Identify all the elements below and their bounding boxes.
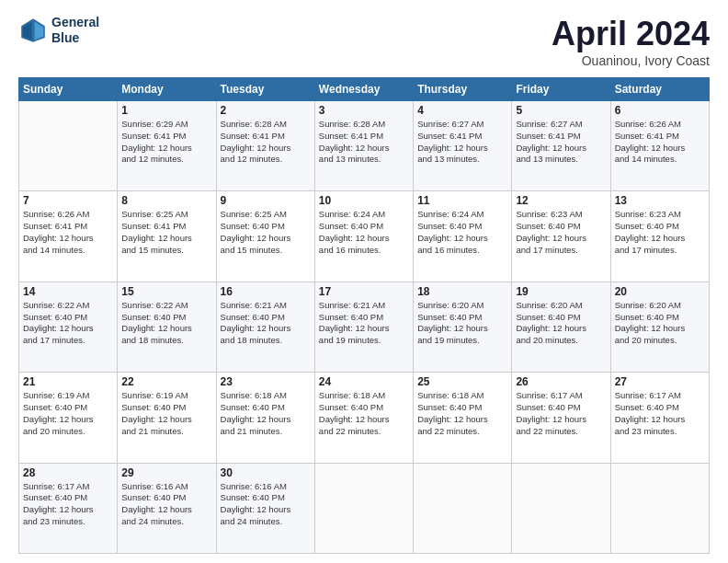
day-info: Sunrise: 6:22 AM Sunset: 6:40 PM Dayligh… <box>121 300 211 347</box>
day-number: 27 <box>615 375 705 388</box>
day-number: 22 <box>121 375 211 388</box>
day-info: Sunrise: 6:29 AM Sunset: 6:41 PM Dayligh… <box>121 119 211 166</box>
week-row-1: 1Sunrise: 6:29 AM Sunset: 6:41 PM Daylig… <box>19 101 710 191</box>
calendar-header-row: SundayMondayTuesdayWednesdayThursdayFrid… <box>19 78 710 101</box>
calendar-table: SundayMondayTuesdayWednesdayThursdayFrid… <box>18 77 710 554</box>
logo-icon <box>18 16 48 45</box>
day-number: 24 <box>319 375 409 388</box>
day-number: 26 <box>516 375 606 388</box>
day-info: Sunrise: 6:20 AM Sunset: 6:40 PM Dayligh… <box>615 300 705 347</box>
calendar-cell: 23Sunrise: 6:18 AM Sunset: 6:40 PM Dayli… <box>216 373 314 463</box>
calendar-cell: 19Sunrise: 6:20 AM Sunset: 6:40 PM Dayli… <box>512 282 610 372</box>
logo: General Blue <box>18 15 99 46</box>
day-info: Sunrise: 6:23 AM Sunset: 6:40 PM Dayligh… <box>615 209 705 256</box>
week-row-2: 7Sunrise: 6:26 AM Sunset: 6:41 PM Daylig… <box>19 191 710 282</box>
calendar-cell: 13Sunrise: 6:23 AM Sunset: 6:40 PM Dayli… <box>610 191 709 282</box>
day-info: Sunrise: 6:18 AM Sunset: 6:40 PM Dayligh… <box>319 390 409 437</box>
calendar-cell <box>512 463 610 553</box>
calendar-cell: 7Sunrise: 6:26 AM Sunset: 6:41 PM Daylig… <box>19 191 118 282</box>
day-header-monday: Monday <box>118 78 216 101</box>
day-number: 29 <box>121 466 211 479</box>
day-number: 11 <box>417 194 507 207</box>
day-info: Sunrise: 6:17 AM Sunset: 6:40 PM Dayligh… <box>615 390 705 437</box>
calendar-cell: 8Sunrise: 6:25 AM Sunset: 6:41 PM Daylig… <box>118 191 216 282</box>
calendar-cell: 12Sunrise: 6:23 AM Sunset: 6:40 PM Dayli… <box>512 191 610 282</box>
calendar-cell: 10Sunrise: 6:24 AM Sunset: 6:40 PM Dayli… <box>314 191 413 282</box>
day-number: 7 <box>23 194 113 207</box>
day-info: Sunrise: 6:17 AM Sunset: 6:40 PM Dayligh… <box>23 481 113 528</box>
calendar-cell: 20Sunrise: 6:20 AM Sunset: 6:40 PM Dayli… <box>610 282 709 372</box>
day-info: Sunrise: 6:24 AM Sunset: 6:40 PM Dayligh… <box>319 209 409 256</box>
day-number: 13 <box>615 194 705 207</box>
calendar-cell <box>19 101 118 191</box>
day-number: 20 <box>615 285 705 298</box>
calendar-cell: 29Sunrise: 6:16 AM Sunset: 6:40 PM Dayli… <box>118 463 216 553</box>
calendar-cell: 9Sunrise: 6:25 AM Sunset: 6:40 PM Daylig… <box>216 191 314 282</box>
day-info: Sunrise: 6:18 AM Sunset: 6:40 PM Dayligh… <box>221 390 311 437</box>
day-header-friday: Friday <box>512 78 610 101</box>
day-info: Sunrise: 6:21 AM Sunset: 6:40 PM Dayligh… <box>319 300 409 347</box>
day-header-sunday: Sunday <box>19 78 118 101</box>
calendar-cell: 1Sunrise: 6:29 AM Sunset: 6:41 PM Daylig… <box>118 101 216 191</box>
calendar-cell: 11Sunrise: 6:24 AM Sunset: 6:40 PM Dayli… <box>414 191 512 282</box>
day-info: Sunrise: 6:21 AM Sunset: 6:40 PM Dayligh… <box>221 300 311 347</box>
calendar-cell: 21Sunrise: 6:19 AM Sunset: 6:40 PM Dayli… <box>19 373 118 463</box>
day-header-wednesday: Wednesday <box>314 78 413 101</box>
day-number: 4 <box>417 104 507 117</box>
week-row-5: 28Sunrise: 6:17 AM Sunset: 6:40 PM Dayli… <box>19 463 710 553</box>
day-info: Sunrise: 6:23 AM Sunset: 6:40 PM Dayligh… <box>516 209 606 256</box>
day-info: Sunrise: 6:26 AM Sunset: 6:41 PM Dayligh… <box>23 209 113 256</box>
day-number: 1 <box>121 104 211 117</box>
day-info: Sunrise: 6:24 AM Sunset: 6:40 PM Dayligh… <box>417 209 507 256</box>
calendar-cell <box>314 463 413 553</box>
week-row-4: 21Sunrise: 6:19 AM Sunset: 6:40 PM Dayli… <box>19 373 710 463</box>
page: General Blue April 2024 Ouaninou, Ivory … <box>0 0 728 563</box>
calendar-cell: 26Sunrise: 6:17 AM Sunset: 6:40 PM Dayli… <box>512 373 610 463</box>
day-number: 9 <box>221 194 311 207</box>
calendar-cell: 28Sunrise: 6:17 AM Sunset: 6:40 PM Dayli… <box>19 463 118 553</box>
day-info: Sunrise: 6:22 AM Sunset: 6:40 PM Dayligh… <box>23 300 113 347</box>
title-block: April 2024 Ouaninou, Ivory Coast <box>552 15 710 68</box>
day-info: Sunrise: 6:25 AM Sunset: 6:41 PM Dayligh… <box>121 209 211 256</box>
calendar-cell: 27Sunrise: 6:17 AM Sunset: 6:40 PM Dayli… <box>610 373 709 463</box>
day-info: Sunrise: 6:28 AM Sunset: 6:41 PM Dayligh… <box>221 119 311 166</box>
calendar-cell: 6Sunrise: 6:26 AM Sunset: 6:41 PM Daylig… <box>610 101 709 191</box>
week-row-3: 14Sunrise: 6:22 AM Sunset: 6:40 PM Dayli… <box>19 282 710 372</box>
calendar-cell: 15Sunrise: 6:22 AM Sunset: 6:40 PM Dayli… <box>118 282 216 372</box>
day-info: Sunrise: 6:20 AM Sunset: 6:40 PM Dayligh… <box>516 300 606 347</box>
main-title: April 2024 <box>552 15 710 53</box>
day-info: Sunrise: 6:18 AM Sunset: 6:40 PM Dayligh… <box>417 390 507 437</box>
day-number: 16 <box>221 285 311 298</box>
calendar-cell: 16Sunrise: 6:21 AM Sunset: 6:40 PM Dayli… <box>216 282 314 372</box>
day-number: 12 <box>516 194 606 207</box>
day-number: 23 <box>221 375 311 388</box>
day-number: 28 <box>23 466 113 479</box>
calendar-cell <box>414 463 512 553</box>
subtitle: Ouaninou, Ivory Coast <box>552 53 710 68</box>
calendar-cell: 25Sunrise: 6:18 AM Sunset: 6:40 PM Dayli… <box>414 373 512 463</box>
day-number: 17 <box>319 285 409 298</box>
day-info: Sunrise: 6:20 AM Sunset: 6:40 PM Dayligh… <box>417 300 507 347</box>
day-header-thursday: Thursday <box>414 78 512 101</box>
calendar-cell: 14Sunrise: 6:22 AM Sunset: 6:40 PM Dayli… <box>19 282 118 372</box>
calendar-cell <box>610 463 709 553</box>
day-info: Sunrise: 6:27 AM Sunset: 6:41 PM Dayligh… <box>516 119 606 166</box>
day-number: 15 <box>121 285 211 298</box>
day-number: 18 <box>417 285 507 298</box>
day-info: Sunrise: 6:28 AM Sunset: 6:41 PM Dayligh… <box>319 119 409 166</box>
day-info: Sunrise: 6:16 AM Sunset: 6:40 PM Dayligh… <box>221 481 311 528</box>
day-info: Sunrise: 6:26 AM Sunset: 6:41 PM Dayligh… <box>615 119 705 166</box>
day-number: 19 <box>516 285 606 298</box>
day-number: 3 <box>319 104 409 117</box>
calendar-cell: 2Sunrise: 6:28 AM Sunset: 6:41 PM Daylig… <box>216 101 314 191</box>
day-number: 14 <box>23 285 113 298</box>
calendar-cell: 24Sunrise: 6:18 AM Sunset: 6:40 PM Dayli… <box>314 373 413 463</box>
day-number: 25 <box>417 375 507 388</box>
calendar-cell: 3Sunrise: 6:28 AM Sunset: 6:41 PM Daylig… <box>314 101 413 191</box>
calendar-cell: 30Sunrise: 6:16 AM Sunset: 6:40 PM Dayli… <box>216 463 314 553</box>
day-number: 6 <box>615 104 705 117</box>
day-number: 10 <box>319 194 409 207</box>
calendar-cell: 5Sunrise: 6:27 AM Sunset: 6:41 PM Daylig… <box>512 101 610 191</box>
calendar-cell: 4Sunrise: 6:27 AM Sunset: 6:41 PM Daylig… <box>414 101 512 191</box>
day-header-tuesday: Tuesday <box>216 78 314 101</box>
